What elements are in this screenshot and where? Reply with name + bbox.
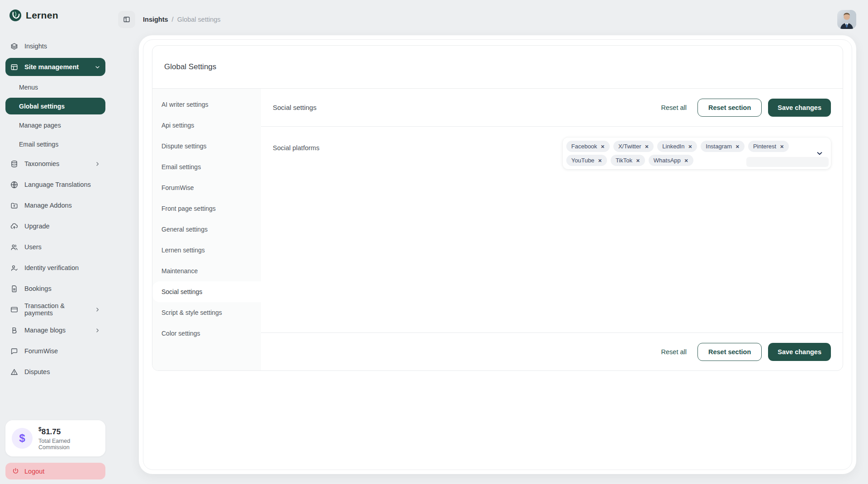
sidebar-subitem-label: Menus	[19, 84, 38, 91]
tab-general-settings[interactable]: General settings	[152, 219, 261, 240]
sidebar-item-manage-blogs[interactable]: Manage blogs	[5, 321, 105, 339]
sidebar-subitem-global-settings[interactable]: Global settings	[5, 98, 105, 114]
reset-all-button[interactable]: Reset all	[657, 104, 691, 111]
brand-logo[interactable]: Lernen	[9, 9, 105, 22]
sidebar-item-language-translations[interactable]: Language Translations	[5, 176, 105, 194]
user-avatar[interactable]	[837, 10, 856, 29]
sidebar-item-manage-addons[interactable]: Manage Addons	[5, 196, 105, 214]
sidebar-spacer	[5, 384, 105, 420]
tab-label: Color settings	[161, 330, 200, 337]
reset-all-button[interactable]: Reset all	[657, 348, 691, 356]
section-actions: Reset all Reset section Save changes	[657, 99, 831, 117]
commission-currency: $	[38, 426, 42, 432]
user-check-icon	[10, 264, 19, 272]
social-platforms-multiselect[interactable]: Facebook✕ X/Twitter✕ LinkedIn✕ Instagram…	[563, 138, 831, 169]
tab-forumwise[interactable]: ForumWise	[152, 177, 261, 198]
sidebar-item-label: Users	[24, 243, 42, 251]
tab-api-settings[interactable]: Api settings	[152, 115, 261, 136]
sidebar-item-bookings[interactable]: Bookings	[5, 280, 105, 298]
tag-youtube: YouTube✕	[566, 155, 607, 166]
remove-tag-icon[interactable]: ✕	[688, 144, 692, 149]
credit-card-icon	[10, 305, 19, 314]
reset-section-button[interactable]: Reset section	[697, 343, 762, 361]
tag-label: Instagram	[706, 143, 732, 150]
sidebar-item-label: Bookings	[24, 285, 52, 292]
footer-actions: Reset all Reset section Save changes	[657, 343, 831, 361]
tag-facebook: Facebook✕	[566, 141, 610, 152]
sidebar-subitem-menus[interactable]: Menus	[5, 79, 105, 95]
social-platforms-label: Social platforms	[273, 144, 319, 152]
page-title: Global Settings	[164, 62, 216, 71]
tab-script-style-settings[interactable]: Script & style settings	[152, 302, 261, 323]
sidebar-item-transaction-payments[interactable]: Transaction & payments	[5, 300, 105, 318]
remove-tag-icon[interactable]: ✕	[636, 158, 640, 163]
tag-pinterest: Pinterest✕	[748, 141, 789, 152]
tab-ai-writer-settings[interactable]: AI writer settings	[152, 94, 261, 115]
save-changes-button[interactable]: Save changes	[768, 343, 831, 361]
globe-icon	[10, 180, 19, 189]
settings-tab-list: AI writer settings Api settings Dispute …	[152, 89, 261, 370]
tab-color-settings[interactable]: Color settings	[152, 323, 261, 344]
save-changes-button[interactable]: Save changes	[768, 99, 831, 117]
remove-tag-icon[interactable]: ✕	[684, 158, 688, 163]
tab-social-settings[interactable]: Social settings	[152, 281, 261, 302]
sidebar-item-upgrade[interactable]: Upgrade	[5, 217, 105, 235]
sidebar-toggle-button[interactable]	[118, 11, 135, 28]
tab-dispute-settings[interactable]: Dispute settings	[152, 136, 261, 157]
tab-label: Social settings	[161, 288, 202, 295]
breadcrumb-insights[interactable]: Insights	[143, 16, 168, 23]
sidebar-item-label: Site management	[24, 63, 79, 71]
tab-email-settings[interactable]: Email settings	[152, 157, 261, 177]
sidebar-item-site-management[interactable]: Site management	[5, 58, 105, 76]
sidebar-item-label: Language Translations	[24, 181, 91, 188]
sidebar-item-users[interactable]: Users	[5, 238, 105, 256]
logout-button[interactable]: Logout	[5, 463, 105, 479]
brand-logo-icon	[9, 9, 22, 22]
tab-content: Social settings Reset all Reset section …	[261, 89, 843, 370]
breadcrumb-separator: /	[172, 16, 174, 23]
tab-maintenance[interactable]: Maintenance	[152, 261, 261, 281]
commission-amount: $81.75	[38, 426, 99, 437]
database-icon	[10, 160, 19, 168]
social-platforms-field-row: Social platforms Facebook✕ X/Twitter✕ Li…	[261, 127, 843, 180]
tab-front-page-settings[interactable]: Front page settings	[152, 198, 261, 219]
users-icon	[10, 243, 19, 251]
sidebar-item-label: Manage blogs	[24, 327, 66, 334]
remove-tag-icon[interactable]: ✕	[601, 144, 605, 149]
commission-card: $ $81.75 Total Earned Commission	[5, 420, 105, 456]
sidebar-subitem-label: Global settings	[19, 103, 65, 110]
tag-label: Facebook	[571, 143, 597, 150]
tab-label: ForumWise	[161, 184, 194, 191]
multiselect-input[interactable]	[746, 157, 829, 167]
sidebar-item-label: Transaction & payments	[24, 302, 88, 317]
remove-tag-icon[interactable]: ✕	[735, 144, 740, 149]
sidebar-subitem-email-settings[interactable]: Email settings	[5, 136, 105, 152]
panel-toggle-icon	[123, 15, 131, 24]
tab-label: Lernen settings	[161, 247, 205, 254]
sidebar-item-identity-verification[interactable]: Identity verification	[5, 259, 105, 277]
tag-linkedin: LinkedIn✕	[657, 141, 697, 152]
remove-tag-icon[interactable]: ✕	[645, 144, 649, 149]
remove-tag-icon[interactable]: ✕	[598, 158, 602, 163]
layout-icon	[10, 63, 19, 71]
sidebar-item-label: Insights	[24, 43, 47, 50]
remove-tag-icon[interactable]: ✕	[780, 144, 784, 149]
sidebar-item-label: Disputes	[24, 368, 50, 375]
chevron-down-icon[interactable]	[816, 149, 824, 157]
brand-name: Lernen	[26, 10, 58, 21]
sidebar-item-forumwise[interactable]: ForumWise	[5, 342, 105, 360]
content-frame-inner: Global Settings AI writer settings Api s…	[143, 39, 852, 470]
tab-lernen-settings[interactable]: Lernen settings	[152, 240, 261, 261]
commission-info: $81.75 Total Earned Commission	[38, 426, 99, 451]
warning-triangle-icon	[10, 368, 19, 376]
tab-label: Email settings	[161, 163, 201, 171]
tab-label: Api settings	[161, 122, 194, 129]
sidebar-subitem-label: Email settings	[19, 141, 58, 148]
sidebar-item-disputes[interactable]: Disputes	[5, 363, 105, 381]
chat-bubble-icon	[10, 347, 19, 356]
sidebar-subitem-manage-pages[interactable]: Manage pages	[5, 117, 105, 133]
sidebar-item-taxonomies[interactable]: Taxonomies	[5, 155, 105, 173]
sidebar-item-insights[interactable]: Insights	[5, 37, 105, 55]
reset-section-button[interactable]: Reset section	[697, 99, 762, 117]
tag-whatsapp: WhatsApp✕	[649, 155, 693, 166]
